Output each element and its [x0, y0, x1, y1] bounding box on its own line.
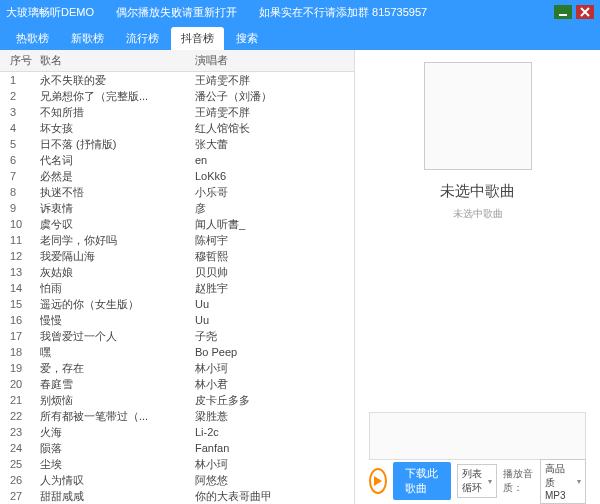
- table-row[interactable]: 3不知所措王靖雯不胖: [0, 104, 354, 120]
- table-row[interactable]: 14怕雨赵胜宇: [0, 280, 354, 296]
- lyric-box: [369, 412, 586, 460]
- window-title: 大玻璃畅听DEMO 偶尔播放失败请重新打开 如果实在不行请添加群 8157359…: [6, 5, 554, 20]
- quality-label: 播放音质：: [503, 467, 534, 495]
- table-row[interactable]: 22所有都被一笔带过（...梁胜薏: [0, 408, 354, 424]
- table-row[interactable]: 13灰姑娘贝贝帅: [0, 264, 354, 280]
- play-button[interactable]: [369, 468, 387, 494]
- tab-bar: 热歌榜新歌榜流行榜抖音榜搜索: [0, 24, 600, 50]
- song-list-panel: 序号 歌名 演唱者 1永不失联的爱王靖雯不胖2兄弟想你了（完整版...潘公子（刘…: [0, 50, 355, 504]
- table-row[interactable]: 12我爱隔山海穆哲熙: [0, 248, 354, 264]
- svg-rect-0: [559, 14, 567, 16]
- tab-0[interactable]: 热歌榜: [6, 27, 59, 50]
- table-body[interactable]: 1永不失联的爱王靖雯不胖2兄弟想你了（完整版...潘公子（刘潘）3不知所措王靖雯…: [0, 72, 354, 504]
- table-row[interactable]: 19爱，存在林小珂: [0, 360, 354, 376]
- table-row[interactable]: 1永不失联的爱王靖雯不胖: [0, 72, 354, 88]
- table-row[interactable]: 26人为情叹阿悠悠: [0, 472, 354, 488]
- loop-mode-select[interactable]: 列表循环: [457, 464, 496, 498]
- col-index: 序号: [0, 53, 40, 68]
- col-artist: 演唱者: [195, 53, 354, 68]
- tab-2[interactable]: 流行榜: [116, 27, 169, 50]
- controls-bar: 下载此歌曲 列表循环 播放音质： 高品质MP3: [369, 466, 586, 496]
- table-row[interactable]: 16慢慢Uu: [0, 312, 354, 328]
- titlebar: 大玻璃畅听DEMO 偶尔播放失败请重新打开 如果实在不行请添加群 8157359…: [0, 0, 600, 24]
- download-button[interactable]: 下载此歌曲: [393, 462, 451, 500]
- table-row[interactable]: 18嘿Bo Peep: [0, 344, 354, 360]
- tab-1[interactable]: 新歌榜: [61, 27, 114, 50]
- table-row[interactable]: 11老同学，你好吗陈柯宇: [0, 232, 354, 248]
- table-row[interactable]: 25尘埃林小珂: [0, 456, 354, 472]
- minimize-button[interactable]: [554, 5, 572, 19]
- table-row[interactable]: 6代名词en: [0, 152, 354, 168]
- detail-panel: 未选中歌曲 未选中歌曲 下载此歌曲 列表循环 播放音质： 高品质MP3: [355, 50, 600, 504]
- table-row[interactable]: 23火海Li-2c: [0, 424, 354, 440]
- table-row[interactable]: 10虞兮叹闻人听書_: [0, 216, 354, 232]
- album-cover: [424, 62, 532, 170]
- close-button[interactable]: [576, 5, 594, 19]
- quality-select[interactable]: 高品质MP3: [540, 459, 586, 504]
- col-name: 歌名: [40, 53, 195, 68]
- table-row[interactable]: 15遥远的你（女生版）Uu: [0, 296, 354, 312]
- table-row[interactable]: 24陨落Fanfan: [0, 440, 354, 456]
- table-row[interactable]: 21别烦恼皮卡丘多多: [0, 392, 354, 408]
- table-row[interactable]: 5日不落 (抒情版)张大蕾: [0, 136, 354, 152]
- tab-4[interactable]: 搜索: [226, 27, 268, 50]
- table-row[interactable]: 17我曾爱过一个人子尧: [0, 328, 354, 344]
- table-row[interactable]: 20春庭雪林小君: [0, 376, 354, 392]
- current-song-subtitle: 未选中歌曲: [453, 207, 503, 221]
- table-row[interactable]: 27甜甜咸咸你的大表哥曲甲: [0, 488, 354, 504]
- table-row[interactable]: 4坏女孩红人馆馆长: [0, 120, 354, 136]
- table-row[interactable]: 7必然是LoKk6: [0, 168, 354, 184]
- current-song-title: 未选中歌曲: [440, 182, 515, 201]
- table-row[interactable]: 2兄弟想你了（完整版...潘公子（刘潘）: [0, 88, 354, 104]
- tab-3[interactable]: 抖音榜: [171, 27, 224, 50]
- table-row[interactable]: 9诉衷情彦: [0, 200, 354, 216]
- table-row[interactable]: 8执迷不悟小乐哥: [0, 184, 354, 200]
- table-header: 序号 歌名 演唱者: [0, 50, 354, 72]
